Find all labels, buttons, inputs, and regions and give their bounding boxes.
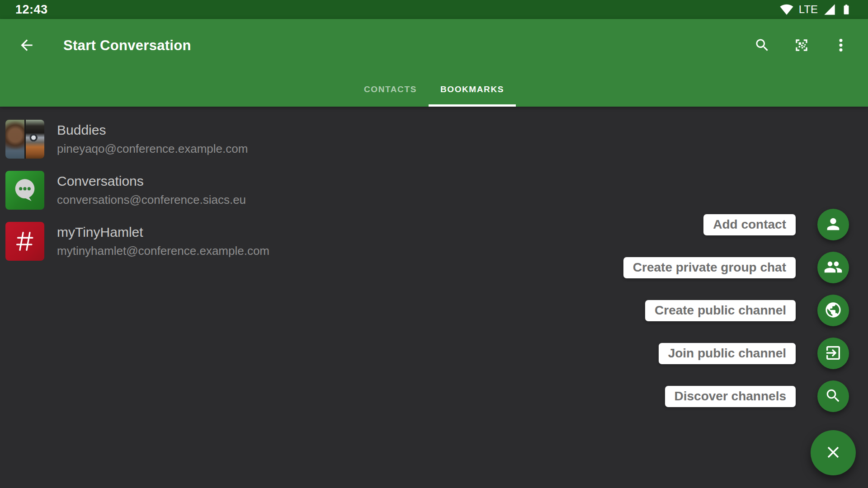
enter-icon bbox=[824, 344, 842, 363]
discover-channels-label[interactable]: Discover channels bbox=[665, 386, 796, 407]
fab-action-add-contact: Add contact bbox=[703, 209, 849, 240]
clock: 12:43 bbox=[15, 3, 48, 17]
avatar bbox=[5, 222, 44, 261]
back-button[interactable] bbox=[18, 37, 35, 55]
add-contact-fab[interactable] bbox=[817, 209, 849, 240]
group-icon bbox=[824, 258, 843, 278]
avatar-photo-left bbox=[5, 120, 24, 159]
item-text: Buddies pineyaqo@conference.example.com bbox=[57, 122, 248, 156]
avatar bbox=[5, 120, 44, 159]
app-bar: Start Conversation bbox=[0, 19, 868, 107]
status-icons: LTE bbox=[780, 3, 852, 16]
item-text: Conversations conversations@conference.s… bbox=[57, 174, 246, 207]
toolbar-actions bbox=[754, 37, 849, 55]
bookmark-jid: pineyaqo@conference.example.com bbox=[57, 142, 248, 156]
bookmark-name: Conversations bbox=[57, 174, 246, 189]
avatar bbox=[5, 171, 44, 210]
bookmark-name: Buddies bbox=[57, 122, 248, 138]
qr-scan-icon bbox=[793, 37, 810, 55]
list-item-conversations[interactable]: Conversations conversations@conference.s… bbox=[0, 164, 868, 216]
fab-action-discover-channels: Discover channels bbox=[665, 380, 849, 412]
tab-bar: CONTACTS BOOKMARKS bbox=[0, 72, 868, 107]
signal-icon bbox=[823, 3, 836, 16]
tab-contacts[interactable]: CONTACTS bbox=[352, 72, 429, 107]
close-fab-menu-button[interactable] bbox=[811, 430, 856, 475]
status-bar: 12:43 LTE bbox=[0, 0, 868, 19]
battery-icon bbox=[840, 3, 852, 16]
bookmark-name: myTinyHamlet bbox=[57, 225, 269, 240]
list-item-buddies[interactable]: Buddies pineyaqo@conference.example.com bbox=[0, 113, 868, 164]
overflow-menu-button[interactable] bbox=[833, 37, 849, 55]
bookmark-list: Buddies pineyaqo@conference.example.com bbox=[0, 107, 868, 267]
bookmark-jid: conversations@conference.siacs.eu bbox=[57, 193, 246, 207]
network-type-label: LTE bbox=[799, 3, 818, 16]
arrow-back-icon bbox=[18, 37, 35, 55]
create-private-group-label[interactable]: Create private group chat bbox=[623, 257, 796, 278]
hash-icon bbox=[11, 227, 39, 255]
create-public-channel-label[interactable]: Create public channel bbox=[645, 300, 796, 321]
discover-channels-fab[interactable] bbox=[817, 380, 849, 412]
add-contact-label[interactable]: Add contact bbox=[703, 214, 796, 235]
create-private-group-fab[interactable] bbox=[817, 252, 849, 283]
page-title: Start Conversation bbox=[63, 38, 191, 54]
globe-icon bbox=[824, 301, 842, 320]
search-button[interactable] bbox=[754, 37, 770, 55]
avatar-photo-right bbox=[26, 120, 45, 159]
scan-qr-button[interactable] bbox=[793, 37, 810, 55]
chat-bubble-icon bbox=[10, 176, 39, 205]
overflow-menu-icon bbox=[833, 37, 849, 55]
item-text: myTinyHamlet mytinyhamlet@conference.exa… bbox=[57, 225, 269, 258]
start-conversation-screen: 12:43 LTE Start Conversation bbox=[0, 0, 868, 488]
person-icon bbox=[824, 215, 842, 235]
tab-bookmarks[interactable]: BOOKMARKS bbox=[429, 72, 516, 107]
join-public-channel-fab[interactable] bbox=[817, 338, 849, 369]
wifi-icon bbox=[780, 3, 793, 16]
close-icon bbox=[824, 443, 843, 463]
bookmark-jid: mytinyhamlet@conference.example.com bbox=[57, 244, 269, 258]
fab-action-join-public-channel: Join public channel bbox=[659, 338, 849, 369]
search-icon bbox=[825, 387, 842, 406]
search-icon bbox=[754, 37, 770, 55]
toolbar: Start Conversation bbox=[0, 19, 868, 72]
fab-action-create-public-channel: Create public channel bbox=[645, 295, 849, 326]
fab-action-create-private-group: Create private group chat bbox=[623, 252, 849, 283]
join-public-channel-label[interactable]: Join public channel bbox=[659, 343, 796, 364]
create-public-channel-fab[interactable] bbox=[817, 295, 849, 326]
